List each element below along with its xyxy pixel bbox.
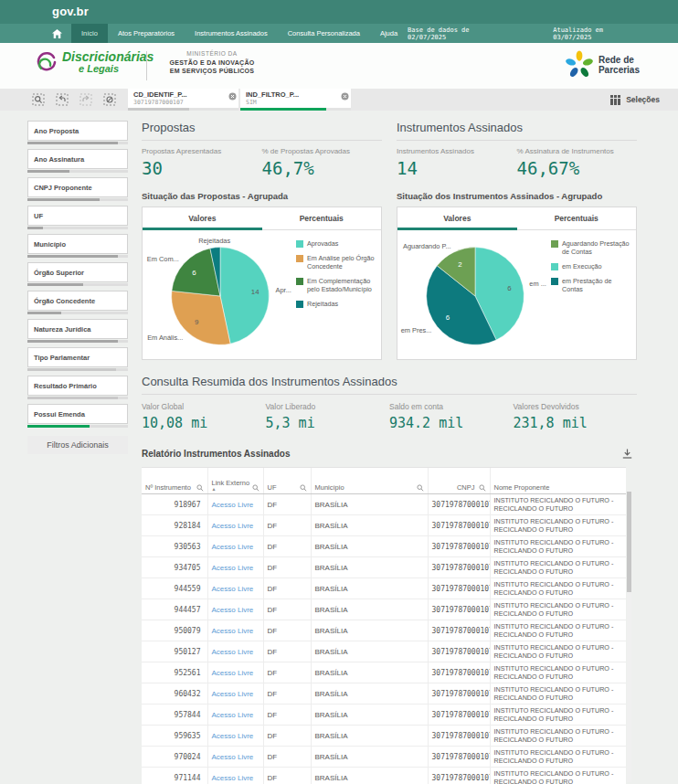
tab-valores[interactable]: Valores <box>397 207 517 229</box>
selection-chip-ind-filtro-p[interactable]: IND_FILTRO_P...SIM <box>240 89 351 111</box>
cell-link-externo[interactable]: Acesso Livre <box>207 726 263 747</box>
search-icon[interactable] <box>479 484 486 492</box>
legend-item-em-prestacao-de-contas[interactable]: em Prestação de Contas <box>551 277 634 293</box>
cell-link-externo[interactable]: Acesso Livre <box>207 536 263 557</box>
legend-item-em-execucao[interactable]: em Execução <box>551 262 634 270</box>
selections-button[interactable]: Seleções <box>610 89 678 111</box>
table-row: 952561Acesso LivreDFBRASÍLIA307197870001… <box>142 662 626 683</box>
column-header-nome-proponente[interactable]: Nome Proponente <box>490 468 626 494</box>
cell-link-externo[interactable]: Acesso Livre <box>207 620 263 641</box>
legend-item-em-analise-pelo-orgao-concedente[interactable]: Em Análise pelo Órgão Concedente <box>296 254 379 270</box>
column-header-n-instrumento[interactable]: Nº Instrumento <box>142 468 207 494</box>
slice-outside-label: Aguardando P... <box>403 242 451 250</box>
column-label: Nº Instrumento <box>145 483 191 492</box>
column-header-cnpj[interactable]: CNPJ <box>428 468 490 494</box>
cell-link-externo[interactable]: Acesso Livre <box>207 662 263 683</box>
ministry-line2: GESTÃO E DA INOVAÇÃO <box>157 58 267 67</box>
cell-municipio: BRASÍLIA <box>311 536 428 557</box>
nav-item-instrumentos-assinados[interactable]: Instrumentos Assinados <box>185 24 278 43</box>
tab-percentuais[interactable]: Percentuais <box>517 207 637 229</box>
filter-ano-proposta[interactable]: Ano Proposta <box>27 121 128 141</box>
filter-state-bar <box>27 340 128 343</box>
filter-possui-emenda[interactable]: Possui Emenda <box>27 404 128 424</box>
tab-percentuais[interactable]: Percentuais <box>262 207 382 229</box>
legend-item-rejeitadas[interactable]: Rejeitadas <box>296 300 379 308</box>
clear-selections-icon[interactable] <box>101 92 119 107</box>
filter-tipo-parlamentar[interactable]: Tipo Parlamentar <box>27 347 128 367</box>
cell-uf: DF <box>263 578 311 599</box>
cell-proponente: INSTITUTO RECICLANDO O FUTURO - RECICLAN… <box>490 641 626 662</box>
table-row: 918967Acesso LivreDFBRASÍLIA307197870001… <box>142 494 626 515</box>
pie-slice-aprovadas[interactable] <box>220 248 269 344</box>
cell-link-externo[interactable]: Acesso Livre <box>207 683 263 705</box>
instrumentos-title: Instrumentos Assinados <box>397 121 637 141</box>
cell-link-externo[interactable]: Acesso Livre <box>207 494 263 515</box>
kpi-label: Instrumentos Assinados <box>397 147 517 155</box>
legend-item-aprovadas[interactable]: Aprovadas <box>296 239 379 248</box>
search-icon[interactable] <box>196 484 204 492</box>
resumo-title: Consulta Resumida dos Instrumentos Assin… <box>142 375 637 395</box>
nav-item-ajuda[interactable]: Ajuda <box>370 24 408 43</box>
close-icon[interactable] <box>228 92 237 101</box>
search-icon[interactable] <box>417 484 424 492</box>
filter-resultado-primario[interactable]: Resultado Primário <box>27 376 128 396</box>
cell-link-externo[interactable]: Acesso Livre <box>207 747 263 768</box>
cell-link-externo[interactable]: Acesso Livre <box>207 578 263 599</box>
kpi-label: Propostas Apresentadas <box>142 147 262 155</box>
filter-orgao-concedente[interactable]: Órgão Concedente <box>27 291 128 311</box>
partner-logo-line1: Rede de <box>599 55 640 65</box>
filter-orgao-superior[interactable]: Órgão Superior <box>27 262 128 282</box>
column-header-municipio[interactable]: Município <box>311 468 428 494</box>
cell-proponente: INSTITUTO RECICLANDO O FUTURO - RECICLAN… <box>490 683 626 705</box>
cell-municipio: BRASÍLIA <box>311 705 428 726</box>
legend-item-aguardando-prestacao-de-contas[interactable]: Aguardando Prestação de Contas <box>551 239 634 256</box>
filter-state-bar <box>27 170 128 173</box>
kpi-propostas-apresentadas: Propostas Apresentadas30 <box>142 141 262 178</box>
step-forward-icon[interactable] <box>77 92 95 107</box>
cell-link-externo[interactable]: Acesso Livre <box>207 515 263 536</box>
filter-ano-assinatura[interactable]: Ano Assinatura <box>27 149 128 169</box>
additional-filters-button[interactable]: Filtros Adicionais <box>27 436 128 454</box>
download-icon[interactable] <box>621 448 633 460</box>
govbr-logo[interactable]: gov.br <box>52 5 89 18</box>
cell-municipio: BRASÍLIA <box>311 620 428 641</box>
table-scrollbar[interactable] <box>627 491 631 782</box>
cell-link-externo[interactable]: Acesso Livre <box>207 641 263 662</box>
pie-card-instrumentos: ValoresPercentuais 6em ...6em Pres...2Ag… <box>397 207 637 360</box>
nav-item-consulta-personalizada[interactable]: Consulta Personalizada <box>278 24 370 43</box>
cell-municipio: BRASÍLIA <box>311 768 428 784</box>
search-icon[interactable] <box>252 484 260 492</box>
cell-link-externo[interactable]: Acesso Livre <box>207 768 263 784</box>
nav-item-atos-preparatorios[interactable]: Atos Preparatórios <box>108 24 185 43</box>
cell-link-externo[interactable]: Acesso Livre <box>207 557 263 578</box>
legend-label: Aprovadas <box>307 239 338 248</box>
step-back-icon[interactable] <box>53 92 71 107</box>
close-icon[interactable] <box>341 92 349 101</box>
chip-title: IND_FILTRO_P... <box>246 90 338 99</box>
search-icon[interactable] <box>300 484 307 492</box>
column-header-uf[interactable]: UF <box>263 468 311 494</box>
column-header-content: Nº Instrumento <box>145 483 204 492</box>
filter-sidebar: Ano PropostaAno AssinaturaCNPJ Proponent… <box>27 121 128 454</box>
smart-search-icon[interactable] <box>29 92 48 107</box>
slice-value-label: 6 <box>446 313 450 322</box>
pie-legend: Aguardando Prestação de Contasem Execuçã… <box>551 230 636 358</box>
home-icon[interactable] <box>0 24 71 43</box>
filter-natureza-juridica[interactable]: Natureza Jurídica <box>27 319 128 339</box>
cell-link-externo[interactable]: Acesso Livre <box>207 705 263 726</box>
kpi-saldo-em-conta: Saldo em conta934.2 mil <box>389 395 514 431</box>
filter-cnpj-proponente[interactable]: CNPJ Proponente <box>27 177 128 197</box>
table-row: 971144Acesso LivreDFBRASÍLIA307197870001… <box>142 768 626 784</box>
column-header-link-externo[interactable]: Link Externo▲ <box>207 468 263 494</box>
nav-item-inicio[interactable]: Início <box>71 24 108 43</box>
tab-valores[interactable]: Valores <box>143 207 262 229</box>
filter-municipio[interactable]: Município <box>27 234 128 254</box>
selection-tools <box>0 89 128 111</box>
cell-uf: DF <box>263 662 311 683</box>
legend-item-em-complementacao-pelo-estado-municipio[interactable]: Em Complementação pelo Estado/Município <box>296 277 379 293</box>
filter-uf[interactable]: UF <box>27 206 128 226</box>
cell-proponente: INSTITUTO RECICLANDO O FUTURO - RECICLAN… <box>490 620 626 641</box>
selection-chip-cd-identif-p[interactable]: CD_IDENTIF_P...30719787000107 <box>128 89 238 111</box>
table-scrollbar-thumb[interactable] <box>627 492 631 592</box>
cell-link-externo[interactable]: Acesso Livre <box>207 599 263 620</box>
